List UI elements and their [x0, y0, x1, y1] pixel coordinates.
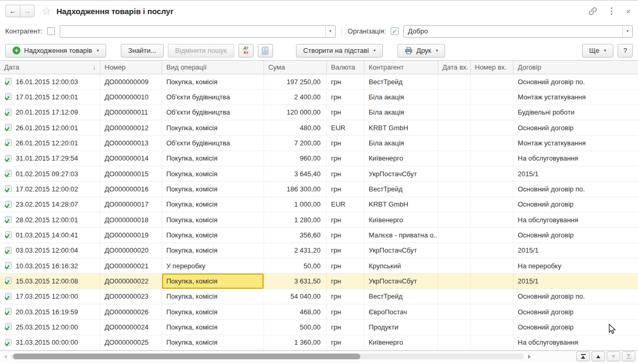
- cell-operation[interactable]: Покупка, комісія: [162, 274, 264, 288]
- cell-counterparty[interactable]: Біла акація: [364, 89, 438, 104]
- cell-contract[interactable]: 2015/1: [514, 274, 638, 288]
- cell-date_in[interactable]: [438, 166, 471, 181]
- cell-date_in[interactable]: [438, 135, 471, 150]
- table-row[interactable]: 03.03.2015 12:00:04ДО000000020Покупка, к…: [0, 243, 638, 258]
- go-to-last-button[interactable]: [622, 351, 635, 361]
- cell-date[interactable]: 26.01.2015 12:20:01: [0, 135, 100, 150]
- cell-date_in[interactable]: [438, 212, 471, 227]
- cell-number[interactable]: ДО000000010: [100, 89, 162, 104]
- cell-counterparty[interactable]: Малєєв - приватна о...: [364, 228, 438, 242]
- organization-dropdown-button[interactable]: ▾: [622, 26, 632, 37]
- cell-sum[interactable]: 1 280,00: [264, 212, 327, 227]
- cell-currency[interactable]: грн: [327, 258, 364, 273]
- cell-counterparty[interactable]: Продукти: [364, 320, 438, 334]
- table-row[interactable]: 26.01.2015 12:20:01ДО000000013Об'єкти бу…: [0, 135, 638, 151]
- table-row[interactable]: 01.03.2015 14:00:41ДО000000019Покупка, к…: [0, 228, 638, 243]
- cell-sum[interactable]: 1 000,00: [264, 197, 327, 212]
- cell-number[interactable]: ДО000000016: [100, 181, 162, 196]
- cell-date[interactable]: 26.01.2015 12:00:01: [0, 120, 100, 135]
- cell-date[interactable]: 17.02.2015 12:00:02: [0, 181, 100, 196]
- cell-date_in[interactable]: [438, 335, 471, 350]
- cell-number[interactable]: ДО000000022: [100, 274, 162, 288]
- cell-date[interactable]: 31.03.2015 00:00:00: [0, 335, 100, 350]
- cell-number_in[interactable]: [471, 258, 514, 273]
- cell-date_in[interactable]: [438, 151, 471, 166]
- column-header-number[interactable]: Номер: [100, 61, 162, 74]
- cell-sum[interactable]: 480,00: [264, 120, 327, 135]
- cell-operation[interactable]: Покупка, комісія: [162, 197, 264, 212]
- organization-combobox[interactable]: Добро ▾: [403, 25, 633, 38]
- cell-contract[interactable]: Будівельні роботи: [514, 105, 638, 120]
- cell-date_in[interactable]: [438, 320, 471, 334]
- cell-currency[interactable]: грн: [327, 166, 364, 181]
- cell-date[interactable]: 01.02.2015 09:27:03: [0, 166, 100, 181]
- show-postings-button[interactable]: Дт Кт: [238, 44, 254, 58]
- column-header-contract[interactable]: Договір: [514, 61, 638, 74]
- cell-contract[interactable]: Монтаж устаткування: [514, 89, 638, 104]
- cell-date_in[interactable]: [438, 181, 471, 196]
- cell-sum[interactable]: 2 400,00: [264, 89, 327, 104]
- cell-date_in[interactable]: [438, 197, 471, 212]
- cell-number_in[interactable]: [471, 105, 514, 120]
- cell-counterparty[interactable]: ВестТрейд: [364, 181, 438, 196]
- table-row[interactable]: 16.01.2015 12:00:03ДО000000009Покупка, к…: [0, 74, 638, 89]
- cell-counterparty[interactable]: ВестТрейд: [364, 74, 438, 89]
- find-button[interactable]: Знайти...: [121, 44, 164, 58]
- cell-date_in[interactable]: [438, 304, 471, 319]
- cell-counterparty[interactable]: УкрПостачСбут: [364, 166, 438, 181]
- cell-sum[interactable]: 120 000,00: [264, 105, 327, 120]
- cell-operation[interactable]: Об'єкти будівництва: [162, 105, 264, 120]
- cell-sum[interactable]: 186 300,00: [264, 181, 327, 196]
- cell-date[interactable]: 20.01.2015 17:12:09: [0, 105, 100, 120]
- counterparty-combobox[interactable]: ▾: [60, 25, 336, 38]
- column-header-currency[interactable]: Валюта: [327, 61, 364, 74]
- cell-number_in[interactable]: [471, 274, 514, 288]
- next-page-button[interactable]: [607, 351, 620, 361]
- cell-currency[interactable]: грн: [327, 228, 364, 242]
- cell-operation[interactable]: Покупка, комісія: [162, 243, 264, 258]
- cell-sum[interactable]: 960,00: [264, 151, 327, 166]
- cell-sum[interactable]: 1 360,00: [264, 335, 327, 350]
- cell-counterparty[interactable]: Біла акація: [364, 135, 438, 150]
- table-row[interactable]: 20.01.2015 17:12:09ДО000000011Об'єкти бу…: [0, 105, 638, 120]
- cell-contract[interactable]: 2015/1: [514, 166, 638, 181]
- cell-operation[interactable]: Покупка, комісія: [162, 151, 264, 166]
- cell-contract[interactable]: Монтаж устаткування: [514, 135, 638, 150]
- cell-number[interactable]: ДО000000025: [100, 335, 162, 350]
- cell-date[interactable]: 31.01.2015 17:29:54: [0, 151, 100, 166]
- cell-number[interactable]: ДО000000024: [100, 320, 162, 334]
- cancel-search-button[interactable]: Відмінити пошук: [168, 44, 234, 58]
- cell-currency[interactable]: грн: [327, 274, 364, 288]
- cell-number_in[interactable]: [471, 212, 514, 227]
- horizontal-scrollbar-track[interactable]: [11, 354, 524, 359]
- cell-sum[interactable]: 356,60: [264, 228, 327, 242]
- cell-counterparty[interactable]: ЄвроПостач: [364, 304, 438, 319]
- table-row[interactable]: 15.03.2015 12:00:08ДО000000022Покупка, к…: [0, 274, 638, 289]
- cell-number[interactable]: ДО000000009: [100, 74, 162, 89]
- cell-number[interactable]: ДО000000014: [100, 151, 162, 166]
- forward-button[interactable]: →: [20, 5, 34, 17]
- cell-currency[interactable]: грн: [327, 212, 364, 227]
- cell-number_in[interactable]: [471, 181, 514, 196]
- column-header-operation[interactable]: Вид операції: [162, 61, 264, 74]
- cell-contract[interactable]: На обслуговування: [514, 151, 638, 166]
- scroll-right-arrow-icon[interactable]: [528, 355, 531, 359]
- cell-contract[interactable]: На переробку: [514, 258, 638, 273]
- cell-currency[interactable]: грн: [327, 181, 364, 196]
- cell-operation[interactable]: Покупка, комісія: [162, 181, 264, 196]
- column-header-date[interactable]: Дата↓: [0, 61, 100, 74]
- cell-date_in[interactable]: [438, 274, 471, 288]
- cell-number[interactable]: ДО000000026: [100, 304, 162, 319]
- cell-contract[interactable]: Основний договір: [514, 320, 638, 334]
- cell-counterparty[interactable]: Київенерго: [364, 151, 438, 166]
- table-row[interactable]: 17.02.2015 12:00:02ДО000000016Покупка, к…: [0, 181, 638, 197]
- cell-currency[interactable]: грн: [327, 74, 364, 89]
- cell-counterparty[interactable]: KRBT GmbH: [364, 197, 438, 212]
- cell-sum[interactable]: 54 040,00: [264, 289, 327, 304]
- organization-value[interactable]: Добро: [404, 26, 622, 37]
- report-button[interactable]: [258, 44, 273, 58]
- cell-number[interactable]: ДО000000021: [100, 258, 162, 273]
- cell-number[interactable]: ДО000000017: [100, 197, 162, 212]
- cell-counterparty[interactable]: KRBT GmbH: [364, 120, 438, 135]
- cell-currency[interactable]: грн: [327, 320, 364, 334]
